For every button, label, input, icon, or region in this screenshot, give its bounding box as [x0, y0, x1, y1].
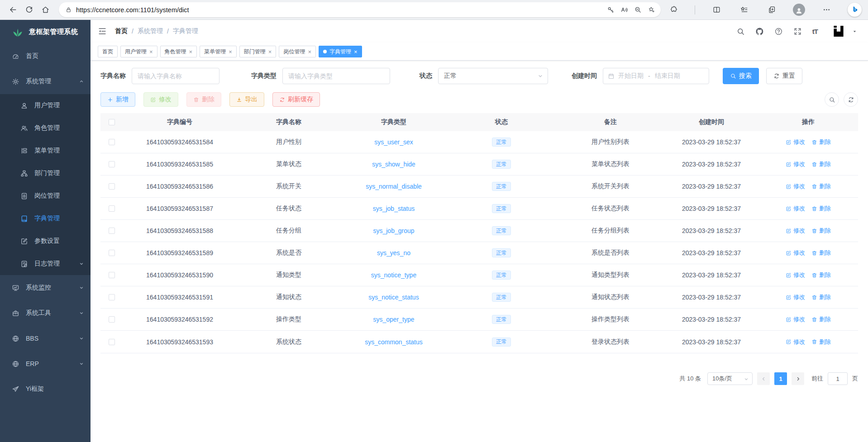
tab-dict-management[interactable]: 字典管理× — [319, 46, 362, 57]
sidebar-item-erp[interactable]: ERP — [0, 351, 91, 376]
split-screen-button[interactable] — [710, 4, 723, 16]
row-checkbox[interactable] — [109, 339, 115, 345]
refresh-table-button[interactable] — [844, 92, 858, 107]
sidebar-item-menu-management[interactable]: 菜单管理 — [0, 139, 91, 162]
close-icon[interactable]: × — [308, 49, 311, 55]
row-checkbox[interactable] — [109, 161, 115, 167]
sidebar-item-system-monitor[interactable]: 系统监控 — [0, 275, 91, 300]
close-icon[interactable]: × — [149, 49, 153, 55]
dict-type-link[interactable]: sys_notice_status — [368, 294, 419, 301]
user-logo-avatar[interactable] — [831, 24, 846, 39]
read-aloud-button[interactable] — [617, 4, 631, 16]
sidebar-item-role-management[interactable]: 角色管理 — [0, 117, 91, 139]
dict-type-link[interactable]: sys_common_status — [365, 338, 423, 346]
dict-type-link[interactable]: sys_user_sex — [374, 138, 413, 146]
row-edit-link[interactable]: 修改 — [786, 338, 805, 346]
export-button[interactable]: 导出 — [229, 92, 264, 107]
row-edit-link[interactable]: 修改 — [786, 204, 805, 213]
tab-home[interactable]: 首页 — [98, 46, 118, 57]
row-delete-link[interactable]: 删除 — [811, 249, 831, 257]
row-edit-link[interactable]: 修改 — [786, 138, 805, 146]
dict-type-link[interactable]: sys_show_hide — [372, 161, 415, 168]
tab-post-management[interactable]: 岗位管理× — [279, 46, 316, 57]
search-button[interactable]: 搜索 — [723, 68, 759, 84]
browser-back-button[interactable] — [5, 2, 21, 18]
row-edit-link[interactable]: 修改 — [786, 293, 805, 301]
row-delete-link[interactable]: 删除 — [811, 160, 831, 168]
row-delete-link[interactable]: 删除 — [811, 315, 831, 323]
dict-type-link[interactable]: sys_oper_type — [373, 316, 414, 323]
row-checkbox[interactable] — [109, 228, 115, 234]
copilot-bing-button[interactable] — [848, 3, 862, 17]
dict-type-link[interactable]: sys_job_status — [373, 205, 415, 212]
next-page-button[interactable] — [792, 372, 804, 385]
page-size-select[interactable]: 10条/页 — [707, 372, 753, 385]
row-delete-link[interactable]: 删除 — [811, 182, 831, 190]
row-checkbox[interactable] — [109, 272, 115, 278]
extensions-button[interactable] — [667, 4, 680, 16]
row-edit-link[interactable]: 修改 — [786, 249, 805, 257]
row-delete-link[interactable]: 删除 — [811, 338, 831, 346]
row-delete-link[interactable]: 删除 — [811, 227, 831, 235]
sidebar-item-home[interactable]: 首页 — [0, 43, 91, 69]
favorites-button[interactable] — [738, 4, 750, 16]
add-button[interactable]: 新增 — [100, 92, 135, 107]
sidebar-collapse-button[interactable] — [97, 26, 107, 36]
edit-button[interactable]: 修改 — [143, 92, 178, 107]
dict-type-input[interactable] — [282, 68, 390, 84]
tab-user-management[interactable]: 用户管理× — [120, 46, 157, 57]
row-checkbox[interactable] — [109, 139, 115, 145]
sidebar-item-system-management[interactable]: 系统管理 — [0, 69, 91, 94]
tab-role-management[interactable]: 角色管理× — [160, 46, 197, 57]
sidebar-item-log-management[interactable]: 日志管理 — [0, 252, 91, 275]
status-select[interactable] — [438, 68, 548, 84]
row-edit-link[interactable]: 修改 — [786, 315, 805, 323]
sidebar-item-param-settings[interactable]: 参数设置 — [0, 230, 91, 252]
row-edit-link[interactable]: 修改 — [786, 182, 805, 190]
password-key-button[interactable] — [604, 4, 617, 16]
address-bar[interactable]: https://ccnetcore.com:1101/system/dict — [59, 2, 661, 17]
sidebar-item-yi-framework[interactable]: Yi框架 — [0, 376, 91, 402]
prev-page-button[interactable] — [757, 372, 770, 385]
row-checkbox[interactable] — [109, 316, 115, 323]
dict-name-input[interactable] — [132, 68, 219, 84]
row-delete-link[interactable]: 删除 — [811, 271, 831, 279]
dict-type-link[interactable]: sys_job_group — [373, 227, 414, 234]
row-edit-link[interactable]: 修改 — [786, 160, 805, 168]
row-checkbox[interactable] — [109, 294, 115, 300]
tab-dept-management[interactable]: 部门管理× — [239, 46, 277, 57]
refresh-cache-button[interactable]: 刷新缓存 — [272, 92, 320, 107]
row-checkbox[interactable] — [109, 205, 115, 212]
page-1-button[interactable]: 1 — [774, 372, 787, 385]
row-checkbox[interactable] — [109, 183, 115, 190]
github-button[interactable] — [755, 27, 764, 36]
sidebar-item-system-tools[interactable]: 系统工具 — [0, 300, 91, 326]
browser-home-button[interactable] — [37, 2, 53, 18]
browser-menu-button[interactable] — [820, 4, 833, 16]
tab-menu-management[interactable]: 菜单管理× — [200, 46, 237, 57]
close-icon[interactable]: × — [189, 49, 193, 55]
sidebar-item-post-management[interactable]: 岗位管理 — [0, 185, 91, 207]
date-range-picker[interactable]: 开始日期 - 结束日期 — [603, 68, 709, 84]
row-delete-link[interactable]: 删除 — [811, 138, 831, 146]
sidebar-item-bbs[interactable]: BBS — [0, 326, 91, 351]
add-favorite-button[interactable] — [644, 4, 658, 16]
reset-button[interactable]: 重置 — [766, 68, 802, 84]
delete-button[interactable]: 删除 — [186, 92, 221, 107]
breadcrumb-home[interactable]: 首页 — [115, 27, 128, 35]
sidebar-item-dept-management[interactable]: 部门管理 — [0, 162, 91, 185]
row-checkbox[interactable] — [109, 250, 115, 256]
fullscreen-button[interactable] — [793, 27, 802, 36]
collections-button[interactable] — [765, 4, 778, 16]
dict-type-link[interactable]: sys_notice_type — [371, 271, 416, 279]
zoom-out-button[interactable] — [631, 4, 644, 16]
select-all-checkbox[interactable] — [109, 119, 115, 125]
help-button[interactable] — [774, 27, 783, 36]
browser-refresh-button[interactable] — [21, 2, 37, 18]
show-search-toggle-button[interactable] — [825, 92, 839, 107]
dict-type-link[interactable]: sys_yes_no — [377, 249, 410, 257]
browser-profile-button[interactable] — [793, 4, 805, 16]
goto-page-input[interactable] — [828, 372, 848, 385]
close-icon[interactable]: × — [354, 49, 358, 55]
dict-type-link[interactable]: sys_normal_disable — [366, 183, 422, 190]
